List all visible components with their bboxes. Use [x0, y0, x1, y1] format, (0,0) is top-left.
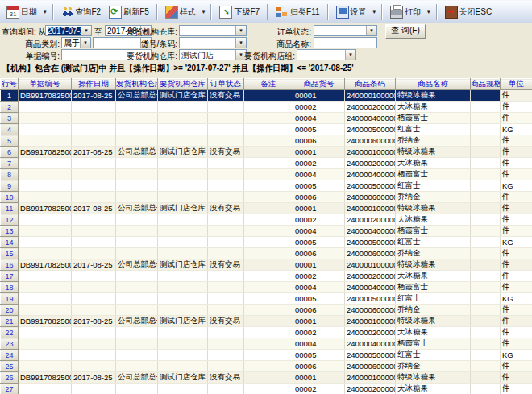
- chevron-down-icon[interactable]: ▼: [345, 50, 355, 60]
- grid-cell[interactable]: 件: [501, 372, 532, 384]
- grid-cell[interactable]: [19, 124, 72, 135]
- grid-cell[interactable]: 红富士: [396, 124, 471, 135]
- grid-cell[interactable]: [158, 113, 208, 124]
- grid-cell[interactable]: [471, 226, 501, 237]
- column-header[interactable]: 操作日期: [72, 79, 116, 90]
- grid-cell[interactable]: 00002: [293, 214, 345, 226]
- grid-cell[interactable]: [19, 327, 72, 338]
- grid-cell[interactable]: 栖霞富士: [396, 226, 471, 237]
- row-number-cell[interactable]: 23: [1, 338, 19, 350]
- grid-cell[interactable]: [244, 372, 293, 384]
- product-name-field[interactable]: [314, 37, 377, 48]
- grid-cell[interactable]: 00005: [293, 237, 345, 248]
- grid-cell[interactable]: 2017-08-25: [72, 372, 116, 384]
- grid-cell[interactable]: 测试门店仓库: [158, 316, 208, 327]
- grid-cell[interactable]: [158, 271, 208, 282]
- grid-cell[interactable]: [19, 214, 72, 226]
- grid-cell[interactable]: [116, 248, 158, 259]
- grid-cell[interactable]: [158, 350, 208, 361]
- grid-cell[interactable]: 2400001000000: [345, 259, 396, 271]
- grid-cell[interactable]: 件: [501, 158, 532, 169]
- grid-cell[interactable]: [158, 338, 208, 350]
- grid-cell[interactable]: 2400004000000: [345, 226, 396, 237]
- grid-cell[interactable]: [19, 169, 72, 180]
- row-number-cell[interactable]: 25: [1, 361, 19, 372]
- row-number-cell[interactable]: 7: [1, 158, 19, 169]
- grid-cell[interactable]: [72, 192, 116, 203]
- grid-cell[interactable]: [72, 271, 116, 282]
- column-header[interactable]: 商品名称: [396, 79, 471, 90]
- grid-cell[interactable]: [471, 361, 501, 372]
- grid-cell[interactable]: 2400001000000: [345, 203, 396, 214]
- grid-cell[interactable]: [471, 214, 501, 226]
- grid-cell[interactable]: [158, 248, 208, 259]
- grid-cell[interactable]: [471, 169, 501, 180]
- grid-cell[interactable]: [72, 124, 116, 135]
- grid-cell[interactable]: [244, 135, 293, 147]
- row-number-cell[interactable]: 17: [1, 271, 19, 282]
- grid-cell[interactable]: 00002: [293, 158, 345, 169]
- grid-cell[interactable]: [19, 192, 72, 203]
- grid-cell[interactable]: 乔纳金: [396, 361, 471, 372]
- grid-cell[interactable]: [19, 248, 72, 259]
- grid-cell[interactable]: [116, 327, 158, 338]
- grid-cell[interactable]: [72, 350, 116, 361]
- grid-cell[interactable]: [244, 384, 293, 394]
- grid-cell[interactable]: 2400002000000: [345, 327, 396, 338]
- grid-cell[interactable]: [208, 384, 244, 394]
- grid-cell[interactable]: 件: [501, 384, 532, 394]
- grid-cell[interactable]: 特级冰糖果: [396, 90, 471, 102]
- grid-cell[interactable]: [471, 147, 501, 158]
- grid-cell[interactable]: [158, 158, 208, 169]
- grid-cell[interactable]: 没有交易: [208, 203, 244, 214]
- grid-cell[interactable]: 没有交易: [208, 316, 244, 327]
- grid-cell[interactable]: KG: [501, 350, 532, 361]
- grid-cell[interactable]: [208, 282, 244, 293]
- grid-cell[interactable]: [208, 226, 244, 237]
- sku-combo[interactable]: ▼: [179, 37, 247, 48]
- chevron-down-icon[interactable]: ▼: [235, 26, 246, 35]
- chevron-down-icon[interactable]: ▼: [235, 38, 246, 48]
- grid-cell[interactable]: 大冰糖果: [396, 158, 471, 169]
- grid-cell[interactable]: [244, 361, 293, 372]
- grid-cell[interactable]: [471, 203, 501, 214]
- ship-warehouse-combo[interactable]: ▼: [179, 25, 247, 36]
- row-number-cell[interactable]: 26: [1, 372, 19, 384]
- grid-cell[interactable]: 件: [501, 282, 532, 293]
- grid-cell[interactable]: 2400005000000: [345, 350, 396, 361]
- grid-cell[interactable]: 件: [501, 271, 532, 282]
- grid-cell[interactable]: [471, 180, 501, 192]
- grid-cell[interactable]: [208, 102, 244, 113]
- grid-cell[interactable]: 件: [501, 259, 532, 271]
- grid-cell[interactable]: 00006: [293, 305, 345, 316]
- grid-cell[interactable]: DB991708250006: [19, 316, 72, 327]
- grid-cell[interactable]: 特级冰糖果: [396, 316, 471, 327]
- grid-cell[interactable]: KG: [501, 237, 532, 248]
- grid-cell[interactable]: 00004: [293, 169, 345, 180]
- toolbar-button-关闭ESC[interactable]: 关闭ESC: [441, 2, 497, 23]
- row-number-cell[interactable]: 6: [1, 147, 19, 158]
- grid-cell[interactable]: [244, 282, 293, 293]
- grid-cell[interactable]: 件: [501, 135, 532, 147]
- grid-cell[interactable]: [72, 293, 116, 305]
- grid-cell[interactable]: 件: [501, 248, 532, 259]
- grid-cell[interactable]: [244, 192, 293, 203]
- grid-cell[interactable]: 测试门店仓库: [158, 372, 208, 384]
- grid-cell[interactable]: [208, 192, 244, 203]
- grid-cell[interactable]: [244, 226, 293, 237]
- grid-cell[interactable]: [244, 237, 293, 248]
- grid-cell[interactable]: [116, 384, 158, 394]
- row-number-cell[interactable]: 3: [1, 113, 19, 124]
- grid-cell[interactable]: 00002: [293, 384, 345, 394]
- grid-cell[interactable]: [471, 90, 501, 102]
- grid-cell[interactable]: 件: [501, 169, 532, 180]
- grid-cell[interactable]: [158, 192, 208, 203]
- grid-cell[interactable]: [116, 226, 158, 237]
- grid-cell[interactable]: 00005: [293, 350, 345, 361]
- grid-cell[interactable]: [471, 192, 501, 203]
- grid-cell[interactable]: [208, 169, 244, 180]
- grid-cell[interactable]: [116, 102, 158, 113]
- row-number-cell[interactable]: 13: [1, 226, 19, 237]
- grid-cell[interactable]: [244, 305, 293, 316]
- grid-cell[interactable]: [244, 102, 293, 113]
